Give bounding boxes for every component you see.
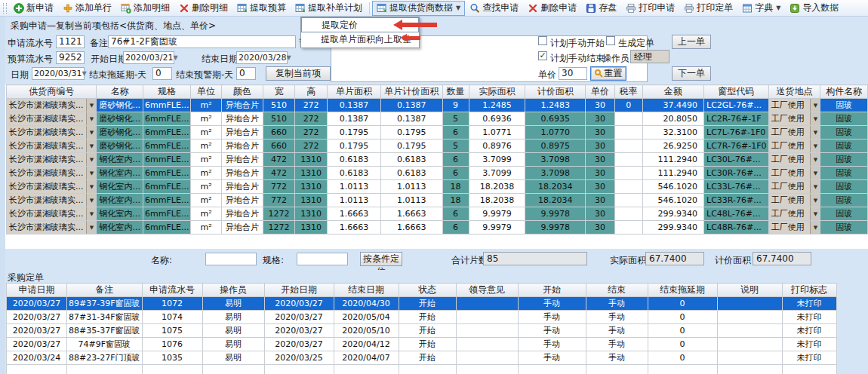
combo-cell[interactable]: 工厂使用▼ [768, 194, 820, 207]
table-row[interactable]: 长沙市潇湘玻璃实...▼磨砂钢化...6mmFLE...m²异地合片660272… [7, 126, 868, 139]
table-row[interactable]: 长沙市潇湘玻璃实...▼钢化室内...6mmFLE...m²异地合片472131… [7, 167, 868, 180]
table-row[interactable]: 2020/03/2774#9F窗固玻1076易明2020/03/272020/0… [7, 338, 837, 351]
column-header[interactable]: 计价面积 [525, 85, 586, 99]
column-header[interactable]: 申请流水号 [142, 284, 202, 297]
locate-button[interactable]: 按条件定位 [360, 252, 402, 266]
column-header[interactable]: 名称 [97, 85, 143, 99]
column-header[interactable]: 窗型代码 [704, 85, 768, 99]
extract-budget-button[interactable]: 提取预算 [232, 1, 291, 16]
combo-cell[interactable]: 工厂使用▼ [768, 207, 820, 221]
column-header[interactable]: 结束日期 [334, 284, 399, 297]
table-row[interactable] [7, 365, 837, 374]
add-detail-button[interactable]: 添加明细 [116, 1, 174, 16]
combo-cell[interactable]: 工厂使用▼ [768, 167, 820, 180]
table-row[interactable]: 长沙市潇湘玻璃实...▼钢化室内...6mmFLE...m²异地合片772131… [7, 180, 868, 194]
delete-request-button[interactable]: 删除申请 [523, 1, 581, 16]
copy-current-button[interactable]: 复制当前项 [266, 66, 331, 81]
column-header[interactable]: 实际面积 [469, 85, 525, 99]
combo-arrow-icon[interactable]: ▼ [810, 99, 820, 112]
column-header[interactable]: 单位 [191, 85, 221, 99]
find-request-button[interactable]: 查找申请 [465, 1, 523, 16]
budget-no-field[interactable]: 9252 [56, 51, 85, 64]
combo-arrow-icon[interactable]: ▼ [810, 153, 820, 166]
column-header[interactable]: 规格 [143, 85, 191, 99]
operator-field[interactable]: 经理 [630, 50, 669, 63]
combo-arrow-icon[interactable]: ▼ [86, 139, 96, 152]
table-row[interactable]: 长沙市潇湘玻璃实...▼钢化室内...6mmFLE...m²异地合片127213… [7, 221, 868, 235]
combo-cell[interactable]: 工厂使用▼ [768, 126, 820, 139]
combo-arrow-icon[interactable]: ▼ [86, 112, 96, 125]
combo-arrow-icon[interactable]: ▼ [810, 180, 820, 193]
chevron-down-icon[interactable]: ▼ [173, 54, 177, 61]
chevron-down-icon[interactable]: ▼ [286, 54, 291, 61]
prev-order-button[interactable]: 上一单 [672, 35, 711, 49]
unit-price-field[interactable]: 30 [559, 67, 587, 80]
combo-cell[interactable]: 工厂使用▼ [768, 221, 820, 235]
column-header[interactable]: 结束拖延期 [648, 284, 717, 297]
combo-arrow-icon[interactable]: ▼ [810, 126, 820, 139]
column-header[interactable]: 金额 [642, 85, 703, 99]
column-header[interactable]: 税率 [614, 85, 642, 99]
name-filter-input[interactable] [205, 253, 257, 265]
column-header[interactable]: 开始 [518, 284, 586, 297]
column-header[interactable]: 单片计价面积 [381, 85, 442, 99]
column-header[interactable]: 送货地点 [768, 85, 820, 99]
reset-button[interactable]: 重置 [590, 66, 626, 81]
combo-arrow-icon[interactable]: ▼ [86, 221, 96, 234]
new-request-button[interactable]: 新申请 [9, 1, 58, 16]
combo-arrow-icon[interactable]: ▼ [86, 194, 96, 207]
table-row[interactable]: 2020/03/2787#31-34F窗固玻1074易明2020/03/2720… [7, 311, 837, 324]
combo-cell[interactable]: 长沙市潇湘玻璃实...▼ [7, 167, 97, 180]
combo-cell[interactable]: 长沙市潇湘玻璃实...▼ [7, 180, 97, 194]
combo-cell[interactable]: 长沙市潇湘玻璃实...▼ [7, 207, 97, 221]
table-row[interactable]: 长沙市潇湘玻璃实...▼磨砂钢化...6mmFLE...m²异地合片510272… [7, 112, 868, 126]
manual-start-checkbox[interactable] [538, 36, 547, 45]
column-header[interactable]: 单片面积 [327, 85, 380, 99]
table-row[interactable]: 长沙市潇湘玻璃实...▼钢化室内...6mmFLE...m²异地合片127213… [7, 207, 868, 221]
warn-field[interactable]: 0 [236, 67, 256, 80]
delay-field[interactable]: 0 [152, 67, 172, 80]
combo-arrow-icon[interactable]: ▼ [86, 99, 96, 112]
table-row[interactable]: 2020/03/2488#23-27F门顶玻1035易明2020/03/2520… [7, 351, 837, 365]
combo-arrow-icon[interactable]: ▼ [810, 139, 820, 152]
combo-cell[interactable]: 长沙市潇湘玻璃实...▼ [7, 221, 97, 235]
column-header[interactable]: 结束 [586, 284, 648, 297]
combo-arrow-icon[interactable]: ▼ [810, 207, 820, 220]
extract-supplement-plan-button[interactable]: 提取补单计划 [291, 1, 367, 16]
combo-arrow-icon[interactable]: ▼ [86, 207, 96, 220]
dictionary-button[interactable]: 字典▼ [737, 1, 785, 16]
request-no-field[interactable]: 1121 [56, 35, 85, 48]
column-header[interactable]: 打印标志 [782, 284, 836, 297]
combo-arrow-icon[interactable]: ▼ [86, 153, 96, 166]
column-header[interactable]: 颜色 [221, 85, 263, 99]
delete-detail-button[interactable]: 删除明细 [174, 1, 232, 16]
combo-cell[interactable]: 长沙市潇湘玻璃实...▼ [7, 194, 97, 207]
column-header[interactable]: 申请日期 [7, 284, 67, 297]
next-order-button[interactable]: 下一单 [672, 66, 711, 81]
column-header[interactable]: 数量 [442, 85, 469, 99]
gen-order-checkbox[interactable] [606, 36, 615, 45]
remark-field[interactable]: 76#1-2F窗固玻 [108, 35, 296, 48]
combo-cell[interactable]: 工厂使用▼ [768, 112, 820, 126]
combo-arrow-icon[interactable]: ▼ [810, 112, 820, 125]
column-header[interactable]: 状态 [399, 284, 456, 297]
manual-end-checkbox[interactable]: ✓ [538, 51, 547, 60]
combo-arrow-icon[interactable]: ▼ [810, 194, 820, 207]
date-picker[interactable]: 2020/03/31▼ [32, 67, 85, 80]
column-header[interactable]: 说明 [717, 284, 782, 297]
combo-arrow-icon[interactable]: ▼ [86, 126, 96, 139]
table-row[interactable]: 长沙市潇湘玻璃实...▼磨砂钢化...6mmFLE...m²异地合片510272… [7, 99, 868, 112]
table-row[interactable]: 2020/03/2788#35-37F窗固玻1075易明2020/03/2720… [7, 324, 837, 338]
combo-cell[interactable]: 工厂使用▼ [768, 180, 820, 194]
end-date-picker[interactable]: 2020/03/28▼ [236, 51, 288, 64]
column-header[interactable]: 开始日期 [264, 284, 334, 297]
combo-arrow-icon[interactable]: ▼ [86, 180, 96, 193]
combo-arrow-icon[interactable]: ▼ [810, 167, 820, 179]
combo-cell[interactable]: 工厂使用▼ [768, 139, 820, 153]
table-row[interactable]: 长沙市潇湘玻璃实...▼钢化室内...6mmFLE...m²异地合片472131… [7, 153, 868, 167]
column-header[interactable]: 高 [295, 85, 328, 99]
combo-arrow-icon[interactable]: ▼ [810, 221, 820, 234]
column-header[interactable]: 单价 [586, 85, 615, 99]
column-header[interactable]: 供货商编号 [7, 85, 97, 99]
chevron-down-icon[interactable]: ▼ [82, 70, 86, 77]
